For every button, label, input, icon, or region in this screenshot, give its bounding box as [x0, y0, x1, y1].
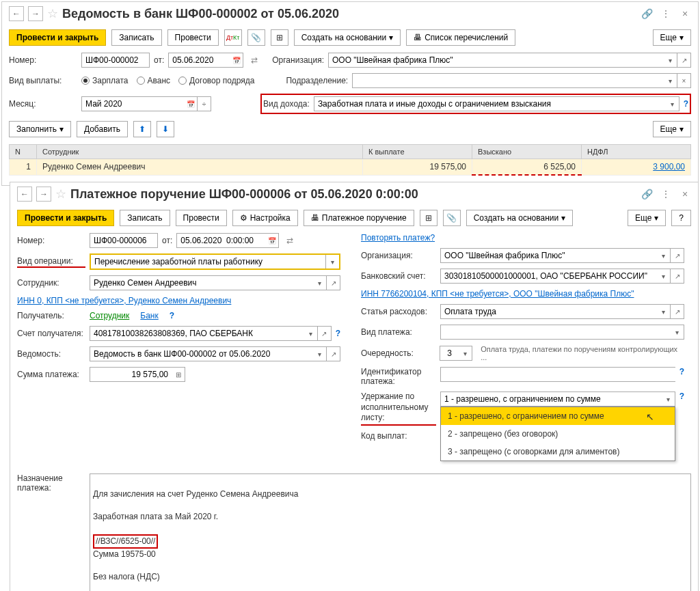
create-basis-button[interactable]: Создать на основании ▾ — [466, 210, 574, 226]
add-button[interactable]: Добавить — [77, 121, 128, 137]
sync-icon[interactable]: ⇄ — [283, 236, 297, 245]
dropdown-icon[interactable]: ▾ — [325, 255, 339, 269]
dd-option-2[interactable]: 2 - запрещено (без оговорок) — [441, 425, 675, 443]
nav-back[interactable]: ← — [17, 187, 32, 202]
dropdown-icon[interactable]: ▾ — [313, 346, 327, 361]
nav-back[interactable]: ← — [9, 6, 24, 21]
ident-input[interactable] — [440, 367, 675, 382]
amount-input[interactable] — [90, 367, 172, 382]
optype-input[interactable] — [91, 255, 325, 269]
help-button[interactable]: ? — [671, 210, 691, 226]
repeat-link[interactable]: Повторять платеж? — [361, 233, 435, 243]
dropdown-icon[interactable]: ▾ — [664, 73, 677, 88]
dropdown-icon[interactable]: ▾ — [657, 248, 671, 263]
dropdown-icon[interactable]: ▾ — [671, 325, 684, 340]
radio-contract[interactable] — [178, 77, 187, 85]
inn-right-link[interactable]: ИНН 7766200104, КПП <не требуется>, ООО … — [361, 289, 634, 299]
nav-forward[interactable]: → — [28, 6, 43, 21]
favorite-icon[interactable]: ☆ — [47, 6, 58, 21]
priority-input[interactable] — [440, 346, 459, 361]
help-icon[interactable]: ? — [679, 367, 684, 376]
deduction-input[interactable] — [440, 391, 662, 407]
move-down-icon[interactable]: ⬇ — [157, 121, 174, 137]
table-row[interactable]: 1 Руденко Семен Андреевич 19 575,00 6 52… — [10, 159, 691, 176]
calc-icon[interactable]: ⊞ — [172, 367, 185, 382]
list-transfers-button[interactable]: 🖶 Список перечислений — [406, 29, 515, 46]
col-n[interactable]: N — [10, 145, 37, 159]
dd-option-1[interactable]: 1 - разрешено, с ограничением по сумме↖ — [441, 407, 675, 425]
dropdown-icon[interactable]: ▾ — [657, 269, 671, 284]
post-button[interactable]: Провести — [167, 29, 219, 46]
expense-input[interactable] — [440, 304, 657, 319]
date-input[interactable] — [168, 53, 230, 68]
dropdown-icon[interactable]: ▾ — [459, 346, 472, 361]
recipient-bank-link[interactable]: Банк — [140, 311, 158, 320]
nav-forward[interactable]: → — [36, 187, 51, 202]
inn-link[interactable]: ИНН 0, КПП <не требуется>, Руденко Семен… — [17, 296, 231, 305]
number-input[interactable] — [81, 53, 150, 68]
col-employee[interactable]: Сотрудник — [37, 145, 363, 159]
calendar-icon[interactable]: 📅 — [184, 96, 198, 111]
radio-salary[interactable] — [81, 77, 90, 85]
save-button[interactable]: Записать — [120, 210, 170, 226]
print-payment-order-button[interactable]: 🖶 Платежное поручение — [304, 210, 414, 226]
help-icon[interactable]: ? — [336, 329, 340, 338]
acc-recipient-input[interactable] — [90, 326, 304, 341]
open-icon[interactable]: ↗ — [318, 326, 332, 341]
purpose-textarea[interactable]: Для зачисления на счет Руденко Семена Ан… — [90, 473, 691, 591]
close-icon[interactable]: × — [679, 188, 691, 200]
attach-icon[interactable]: 📎 — [247, 29, 265, 46]
structure-icon[interactable]: ⊞ — [271, 29, 288, 46]
more-button[interactable]: Еще ▾ — [653, 121, 691, 137]
link-icon[interactable]: 🔗 — [641, 188, 653, 200]
attach-icon[interactable]: 📎 — [443, 210, 461, 226]
open-icon[interactable]: ↗ — [671, 248, 684, 263]
close-icon[interactable]: × — [679, 8, 691, 20]
org-input[interactable] — [440, 248, 657, 263]
dropdown-icon[interactable]: ▾ — [304, 326, 318, 341]
radio-advance[interactable] — [137, 77, 145, 85]
help-icon[interactable]: ? — [170, 311, 174, 320]
dropdown-icon[interactable]: ▾ — [657, 304, 671, 319]
more-button[interactable]: Еще ▾ — [628, 210, 666, 226]
income-input[interactable] — [314, 96, 666, 111]
paytype-input[interactable] — [440, 325, 671, 340]
dd-option-3[interactable]: 3 - запрещено (с оговорками для алименто… — [441, 443, 675, 461]
post-button[interactable]: Провести — [176, 210, 227, 226]
dropdown-icon[interactable]: ▾ — [662, 391, 675, 407]
create-basis-button[interactable]: Создать на основании ▾ — [294, 29, 401, 46]
open-icon[interactable]: ↗ — [671, 304, 684, 319]
calendar-icon[interactable]: 📅 — [265, 233, 279, 248]
link-icon[interactable]: 🔗 — [641, 8, 653, 20]
ndfl-link[interactable]: 3 900,00 — [653, 162, 685, 171]
col-pay[interactable]: К выплате — [363, 145, 472, 159]
help-icon[interactable]: ? — [684, 99, 688, 109]
save-button[interactable]: Записать — [111, 29, 161, 46]
number-input[interactable] — [90, 233, 158, 248]
structure-icon[interactable]: ⊞ — [420, 210, 438, 226]
dropdown-icon[interactable]: ▾ — [313, 275, 327, 290]
recipient-emp-link[interactable]: Сотрудник — [90, 311, 129, 320]
dept-input[interactable] — [352, 73, 664, 88]
post-close-button[interactable]: Провести и закрыть — [9, 29, 106, 46]
kebab-icon[interactable]: ⋮ — [660, 8, 672, 20]
month-input[interactable] — [81, 96, 184, 111]
org-input[interactable] — [328, 53, 664, 68]
dtk-icon[interactable]: ДтКт — [224, 29, 242, 46]
fill-button[interactable]: Заполнить ▾ — [9, 121, 71, 137]
open-icon[interactable]: ↗ — [671, 269, 684, 284]
post-close-button[interactable]: Провести и закрыть — [17, 210, 114, 226]
sync-icon[interactable]: ⇄ — [247, 55, 261, 65]
open-icon[interactable]: ↗ — [327, 346, 340, 361]
settings-button[interactable]: ⚙ Настройка — [232, 210, 298, 226]
move-up-icon[interactable]: ⬆ — [133, 121, 151, 137]
bank-acc-input[interactable] — [440, 269, 657, 284]
dropdown-icon[interactable]: ▾ — [666, 96, 679, 111]
col-levied[interactable]: Взыскано — [472, 145, 582, 159]
stepper-icon[interactable]: ÷ — [198, 96, 211, 111]
emp-input[interactable] — [90, 275, 313, 290]
dropdown-icon[interactable]: ▾ — [664, 53, 677, 68]
open-icon[interactable]: ↗ — [677, 53, 691, 68]
col-ndfl[interactable]: НДФЛ — [582, 145, 691, 159]
open-icon[interactable]: ↗ — [327, 275, 340, 290]
